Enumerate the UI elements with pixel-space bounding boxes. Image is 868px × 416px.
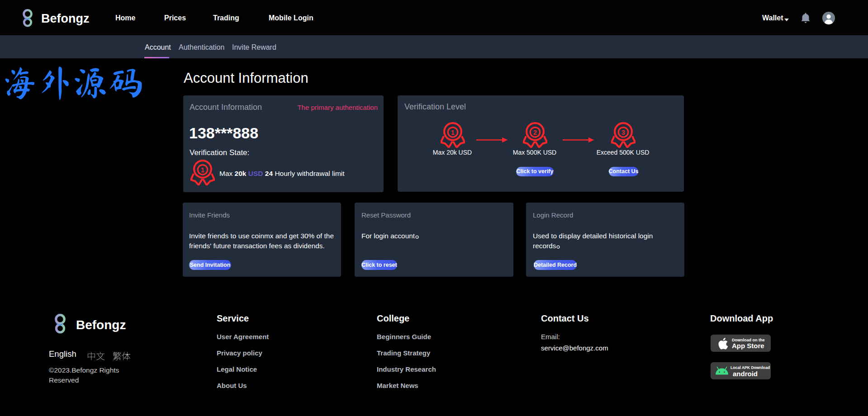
svg-text:3: 3 bbox=[621, 129, 625, 136]
svg-text:Local APK Download: Local APK Download bbox=[730, 365, 770, 370]
svg-text:2: 2 bbox=[533, 129, 537, 136]
svg-text:1: 1 bbox=[451, 129, 455, 136]
svg-text:App Store: App Store bbox=[732, 342, 764, 350]
svg-text:Download on the: Download on the bbox=[732, 338, 765, 342]
svg-text:1: 1 bbox=[201, 166, 204, 174]
svg-text:android: android bbox=[733, 370, 758, 378]
